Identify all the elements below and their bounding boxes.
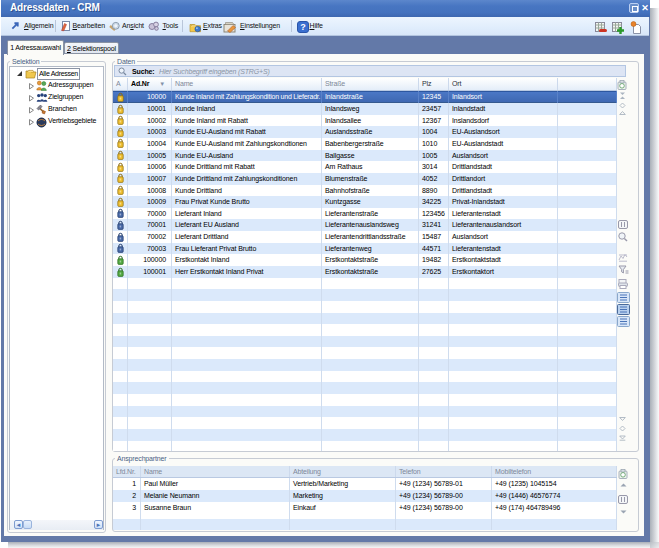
svg-text:?: ? [300,22,305,32]
